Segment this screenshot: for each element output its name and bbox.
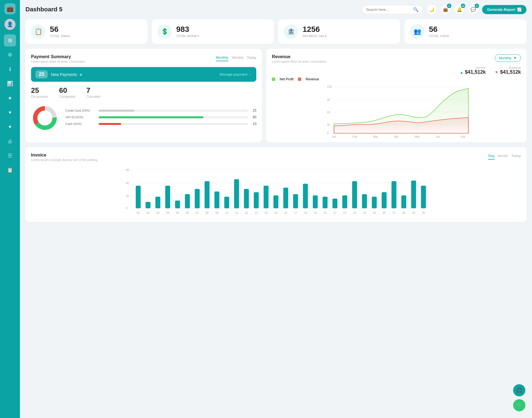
invoice-bar-13[interactable] — [254, 192, 259, 208]
invoice-bar-07[interactable] — [195, 189, 200, 208]
chat-icon: 💬 — [470, 7, 476, 12]
canceled-label: Canceled — [86, 95, 100, 99]
invoice-bar-05[interactable] — [175, 201, 180, 208]
generate-report-button[interactable]: Generate Report 📈 — [482, 5, 526, 14]
cash-bar-bg — [99, 123, 248, 125]
sidebar-logo[interactable]: 💼 — [4, 3, 16, 14]
sidebar-item-heart2[interactable]: ♥ — [4, 121, 16, 133]
invoice-bar-26[interactable] — [382, 192, 387, 208]
invoice-bar-14[interactable] — [264, 186, 268, 208]
sidebar-item-dashboard[interactable]: ⊞ — [4, 34, 16, 47]
invoice-bar-20[interactable] — [323, 197, 328, 208]
search-input[interactable] — [366, 7, 411, 12]
x-label-may: May — [415, 135, 420, 138]
stat-info-money: 983 TOTAL MONEY — [176, 25, 199, 38]
invoice-bar-22[interactable] — [342, 195, 347, 208]
invoice-bar-19[interactable] — [313, 195, 318, 208]
cart-fab[interactable]: 🛒 — [513, 399, 525, 411]
revenue-card: Revenue Lorem ipsum dolor sit amet, cons… — [266, 49, 526, 142]
invoice-bar-29[interactable] — [411, 181, 416, 208]
search-icon: 🔍 — [413, 7, 419, 12]
notification-wallet-button[interactable]: 👜 2 — [441, 4, 451, 14]
x-label-03: 03 — [156, 211, 160, 214]
invoice-bar-30[interactable] — [421, 186, 426, 208]
invoice-bar-01[interactable] — [136, 186, 141, 208]
sidebar-item-analytics[interactable]: 📊 — [4, 78, 16, 90]
on-process-value: 25 — [31, 86, 48, 95]
invoice-bar-23[interactable] — [352, 181, 357, 208]
manage-payment-link[interactable]: Manage payment → — [219, 72, 252, 76]
invoice-bar-17[interactable] — [293, 194, 298, 208]
notification-bell-button[interactable]: 🔔 12 — [454, 4, 464, 14]
invoice-bar-24[interactable] — [362, 194, 367, 208]
invoice-bar-03[interactable] — [155, 197, 160, 208]
cash-count: 10 — [251, 122, 256, 126]
invoice-tab-today[interactable]: Today — [511, 153, 521, 160]
payment-summary-titles: Payment Summary Lorem ipsum dolor sit am… — [31, 54, 85, 63]
invoice-bar-16[interactable] — [283, 188, 288, 208]
notification-chat-button[interactable]: 💬 5 — [468, 4, 478, 14]
income-expense: Income ▲ $41,512k Expense 🔻 $41,512k — [272, 66, 521, 75]
progress-list: Credit Card (24%) 25 UPI ID (41%) 60 — [65, 109, 256, 129]
sidebar: 💼 👤 ⊞ ⚙ ℹ 📊 ★ ♥ ♥ 🖨 ☰ 📋 — [0, 0, 20, 418]
new-payments-bar: 25 New Payments Manage payment → — [31, 67, 256, 82]
invoice-tab-month[interactable]: Month — [498, 153, 508, 160]
invoice-bar-09[interactable] — [214, 191, 219, 208]
x-label-jan: Jan — [332, 135, 336, 138]
sidebar-item-settings[interactable]: ⚙ — [4, 49, 16, 61]
tab-monthly[interactable]: Monthly — [216, 54, 229, 61]
sidebar-item-list[interactable]: ☰ — [4, 150, 16, 162]
sidebar-item-document[interactable]: 📋 — [4, 164, 16, 176]
money-count: 983 — [176, 25, 199, 33]
cc-count: 25 — [251, 109, 256, 112]
invoice-titles: Invoice Lorem Ipsum is simply dummy text… — [31, 153, 97, 161]
chart-legend: Net Profit Revenue — [272, 77, 521, 81]
x-label-02: 02 — [147, 211, 150, 214]
invoice-bar-04[interactable] — [165, 186, 170, 208]
sidebar-item-heart1[interactable]: ♥ — [4, 106, 16, 119]
revenue-legend-dot — [298, 78, 301, 81]
invoice-bar-21[interactable] — [332, 199, 337, 208]
user-count: 56 — [429, 25, 449, 33]
x-label-08: 08 — [206, 211, 209, 214]
invoice-bar-08[interactable] — [204, 181, 209, 208]
progress-item-cc: Credit Card (24%) 25 — [65, 109, 256, 112]
revenue-filter-button[interactable]: Monthly ▼ — [495, 54, 521, 62]
invoice-bar-28[interactable] — [401, 195, 406, 208]
revenue-legend-label: Revenue — [306, 77, 319, 81]
logo-icon: 💼 — [7, 6, 14, 12]
cc-bar-fill — [99, 110, 134, 112]
invoice-bar-06[interactable] — [185, 194, 190, 208]
payment-summary-card: Payment Summary Lorem ipsum dolor sit am… — [25, 49, 262, 142]
support-fab[interactable]: 🎧 — [513, 384, 525, 396]
mid-row: Payment Summary Lorem ipsum dolor sit am… — [25, 49, 526, 142]
invoice-bar-02[interactable] — [145, 202, 150, 208]
x-label-20: 20 — [324, 211, 327, 214]
invoice-bar-18[interactable] — [303, 184, 308, 208]
invoice-bar-27[interactable] — [392, 181, 397, 208]
page-title: Dashboard 5 — [25, 6, 62, 13]
income-label: Income — [460, 66, 486, 69]
sidebar-item-favorites[interactable]: ★ — [4, 92, 16, 104]
invoice-bar-10[interactable] — [224, 197, 229, 208]
inv-y-60: 60 — [126, 168, 129, 171]
y-label-30: 30 — [327, 123, 331, 126]
invoice-bar-11[interactable] — [234, 179, 239, 208]
tab-today[interactable]: Today — [247, 54, 257, 61]
payment-tabs: Monthly Weekly Today — [216, 54, 257, 61]
invoice-tab-day[interactable]: Day — [488, 153, 495, 160]
x-label-01: 01 — [137, 211, 140, 214]
x-label-05: 05 — [176, 211, 179, 214]
theme-toggle-button[interactable]: 🌙 — [427, 4, 437, 14]
y-label-90: 90 — [327, 98, 331, 101]
invoice-card: Invoice Lorem Ipsum is simply dummy text… — [25, 147, 526, 222]
revenue-titles: Revenue Lorem ipsum dolor sit amet, cons… — [272, 54, 326, 63]
sidebar-item-info[interactable]: ℹ — [4, 63, 16, 75]
invoice-bar-15[interactable] — [273, 195, 278, 208]
tab-weekly[interactable]: Weekly — [232, 54, 243, 61]
invoice-bar-25[interactable] — [372, 197, 377, 208]
invoice-bar-12[interactable] — [244, 189, 249, 208]
sidebar-item-print[interactable]: 🖨 — [4, 135, 16, 147]
search-box[interactable]: 🔍 — [362, 5, 423, 14]
user-avatar[interactable]: 👤 — [4, 19, 16, 30]
